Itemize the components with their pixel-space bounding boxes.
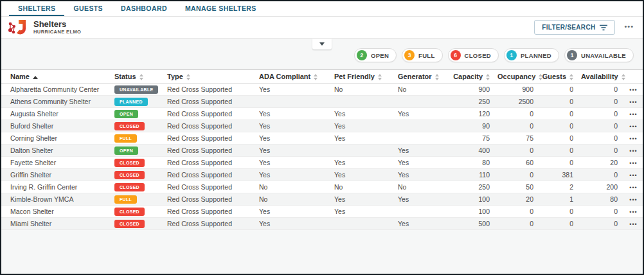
status-count-badge: 6 bbox=[451, 50, 461, 60]
cell-pet-friendly: Yes bbox=[330, 132, 394, 145]
cell-name: Irving R. Griffin Center bbox=[1, 181, 111, 193]
row-menu-icon[interactable]: ••• bbox=[628, 148, 638, 154]
column-header-status[interactable]: Status bbox=[111, 70, 163, 84]
column-header-name[interactable]: Name bbox=[1, 70, 111, 84]
tab-manage-shelters[interactable]: MANAGE SHELTERS bbox=[176, 1, 265, 16]
cell-capacity: 90 bbox=[446, 120, 494, 132]
cell-generator: Yes bbox=[394, 108, 446, 120]
table-row[interactable]: Athens Community Shelter PLANNED Red Cro… bbox=[1, 96, 644, 108]
table-row[interactable]: Dalton Shelter OPEN Red Cross Supported … bbox=[1, 145, 644, 157]
column-header-type[interactable]: Type bbox=[163, 70, 255, 84]
status-summary-pill[interactable]: 3 FULL bbox=[402, 48, 442, 62]
sort-icon bbox=[378, 74, 382, 80]
column-header-generator[interactable]: Generator bbox=[394, 70, 446, 84]
table-row[interactable]: Buford Shelter CLOSED Red Cross Supporte… bbox=[1, 120, 644, 132]
column-header-guests[interactable]: Guests bbox=[537, 70, 577, 84]
row-menu-icon[interactable]: ••• bbox=[628, 100, 638, 105]
cell-type: Red Cross Supported bbox=[163, 218, 255, 230]
cell-name: Miami Shelter bbox=[1, 218, 111, 230]
tab-shelters[interactable]: SHELTERS bbox=[9, 1, 64, 16]
cell-pet-friendly: No bbox=[330, 181, 394, 193]
status-summary-pill[interactable]: 6 CLOSED bbox=[448, 48, 499, 62]
more-menu-icon[interactable]: ••• bbox=[623, 22, 635, 33]
table-row[interactable]: Fayette Shelter CLOSED Red Cross Support… bbox=[1, 157, 644, 169]
cell-pet-friendly: Yes bbox=[330, 120, 394, 132]
status-count-label: OPEN bbox=[371, 52, 389, 59]
cell-pet-friendly: Yes bbox=[330, 157, 394, 169]
chevron-down-icon bbox=[319, 42, 325, 46]
status-count-badge: 2 bbox=[357, 50, 367, 60]
row-menu-icon[interactable]: ••• bbox=[628, 197, 638, 202]
column-header-pet-friendly[interactable]: Pet Friendly bbox=[330, 70, 394, 84]
cell-generator: Yes bbox=[394, 169, 446, 181]
row-menu-icon[interactable]: ••• bbox=[628, 87, 638, 93]
table-row[interactable]: Macon Shelter CLOSED Red Cross Supported… bbox=[1, 206, 644, 218]
cell-capacity: 250 bbox=[446, 96, 494, 108]
table-row[interactable]: Augusta Shelter OPEN Red Cross Supported… bbox=[1, 108, 644, 120]
cell-actions: ••• bbox=[622, 218, 644, 230]
cell-availability: 80 bbox=[577, 193, 622, 206]
column-header-occupancy[interactable]: Occupancy bbox=[494, 70, 537, 84]
cell-status: CLOSED bbox=[111, 120, 163, 132]
cell-availability: 200 bbox=[577, 181, 622, 193]
sort-icon bbox=[139, 74, 143, 80]
row-menu-icon[interactable]: ••• bbox=[628, 136, 638, 141]
tab-guests[interactable]: GUESTS bbox=[64, 1, 112, 16]
column-header-availability[interactable]: Availability bbox=[577, 70, 622, 84]
table-row[interactable]: Kimble-Brown YMCA FULL Red Cross Support… bbox=[1, 193, 644, 206]
tab-dashboard[interactable]: DASHBOARD bbox=[112, 1, 176, 16]
cell-occupancy: 20 bbox=[494, 193, 537, 206]
cell-pet-friendly: Yes bbox=[330, 193, 394, 206]
cell-actions: ••• bbox=[622, 132, 644, 145]
cell-guests: 381 bbox=[537, 169, 577, 181]
cell-ada-compliant: Yes bbox=[255, 157, 330, 169]
row-menu-icon[interactable]: ••• bbox=[628, 173, 638, 178]
table-row[interactable]: Corning Shelter FULL Red Cross Supported… bbox=[1, 132, 644, 145]
cell-capacity: 900 bbox=[446, 84, 494, 96]
table-row[interactable]: Irving R. Griffin Center CLOSED Red Cros… bbox=[1, 181, 644, 193]
row-menu-icon[interactable]: ••• bbox=[628, 124, 638, 129]
cell-pet-friendly: No bbox=[330, 84, 394, 96]
cell-status: PLANNED bbox=[111, 96, 163, 108]
row-menu-icon[interactable]: ••• bbox=[628, 185, 638, 190]
cell-availability: 0 bbox=[577, 145, 622, 157]
cell-actions: ••• bbox=[622, 169, 644, 181]
cell-type: Red Cross Supported bbox=[163, 108, 255, 120]
cell-type: Red Cross Supported bbox=[163, 169, 255, 181]
row-menu-icon[interactable]: ••• bbox=[628, 112, 638, 117]
column-header-capacity[interactable]: Capacity bbox=[446, 70, 494, 84]
cell-ada-compliant: Yes bbox=[255, 145, 330, 157]
cell-ada-compliant: Yes bbox=[255, 132, 330, 145]
cell-ada-compliant: Yes bbox=[255, 206, 330, 218]
cell-pet-friendly bbox=[330, 96, 394, 108]
cell-pet-friendly: Yes bbox=[330, 169, 394, 181]
row-menu-icon[interactable]: ••• bbox=[628, 161, 638, 166]
cell-ada-compliant: Yes bbox=[255, 108, 330, 120]
table-row[interactable]: Griffin Shelter CLOSED Red Cross Support… bbox=[1, 169, 644, 181]
sort-icon bbox=[314, 74, 318, 80]
cell-occupancy: 0 bbox=[494, 145, 537, 157]
sort-icon bbox=[569, 74, 573, 80]
cell-guests: 0 bbox=[537, 218, 577, 230]
cell-capacity: 100 bbox=[446, 193, 494, 206]
status-summary-pill[interactable]: 2 OPEN bbox=[354, 48, 397, 62]
row-menu-icon[interactable]: ••• bbox=[628, 209, 638, 215]
cell-guests: 0 bbox=[537, 206, 577, 218]
cell-actions: ••• bbox=[622, 193, 644, 206]
cell-name: Fayette Shelter bbox=[1, 157, 111, 169]
cell-status: OPEN bbox=[111, 108, 163, 120]
row-menu-icon[interactable]: ••• bbox=[628, 222, 638, 227]
filter-search-button[interactable]: FILTER/SEARCH bbox=[534, 20, 615, 35]
column-header-ada-compliant[interactable]: ADA Compliant bbox=[255, 70, 330, 84]
table-row[interactable]: Alpharetta Community Center UNAVAILABLE … bbox=[1, 84, 644, 96]
cell-availability: 0 bbox=[577, 96, 622, 108]
status-summary-pill[interactable]: 1 UNAVAILABLE bbox=[564, 48, 634, 62]
cell-generator: Yes bbox=[394, 157, 446, 169]
cell-ada-compliant: Yes bbox=[255, 120, 330, 132]
filter-icon bbox=[600, 24, 607, 31]
cell-occupancy: 0 bbox=[494, 218, 537, 230]
cell-capacity: 250 bbox=[446, 181, 494, 193]
collapse-panel-button[interactable] bbox=[312, 39, 332, 49]
status-summary-pill[interactable]: 1 PLANNED bbox=[504, 48, 559, 62]
table-row[interactable]: Miami Shelter CLOSED Red Cross Supported… bbox=[1, 218, 644, 230]
